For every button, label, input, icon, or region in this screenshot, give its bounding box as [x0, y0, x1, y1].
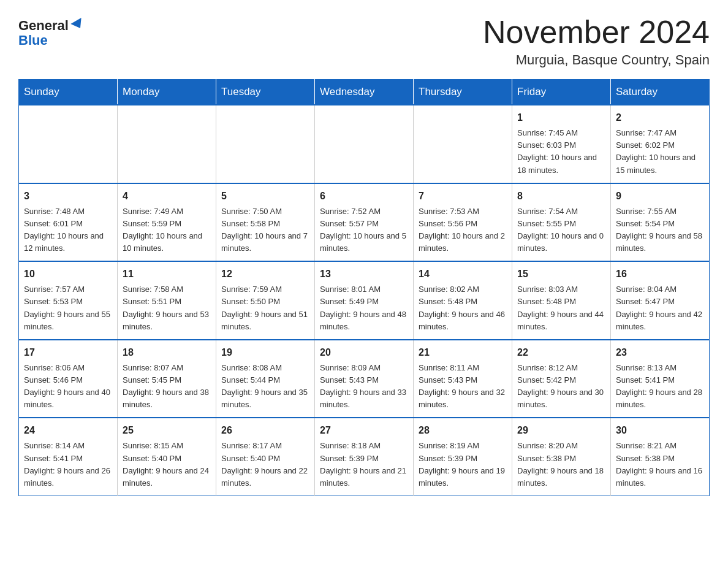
day-info: Sunrise: 8:13 AM Sunset: 5:41 PM Dayligh…	[616, 362, 704, 412]
day-info: Sunrise: 7:45 AM Sunset: 6:03 PM Dayligh…	[517, 127, 605, 177]
calendar-cell: 26Sunrise: 8:17 AM Sunset: 5:40 PM Dayli…	[216, 418, 315, 496]
calendar-cell: 21Sunrise: 8:11 AM Sunset: 5:43 PM Dayli…	[414, 340, 512, 418]
day-number: 15	[517, 267, 605, 282]
page-header: General Blue November 2024 Murguia, Basq…	[18, 15, 710, 68]
day-info: Sunrise: 7:53 AM Sunset: 5:56 PM Dayligh…	[419, 205, 507, 255]
day-info: Sunrise: 8:12 AM Sunset: 5:42 PM Dayligh…	[517, 362, 605, 412]
day-info: Sunrise: 8:15 AM Sunset: 5:40 PM Dayligh…	[123, 440, 211, 489]
weekday-header-monday: Monday	[118, 80, 216, 105]
calendar-week-row: 10Sunrise: 7:57 AM Sunset: 5:53 PM Dayli…	[19, 261, 710, 340]
day-number: 20	[320, 345, 408, 360]
calendar-cell: 10Sunrise: 7:57 AM Sunset: 5:53 PM Dayli…	[19, 261, 118, 340]
weekday-header-friday: Friday	[512, 80, 611, 105]
day-number: 4	[123, 189, 211, 204]
weekday-header-wednesday: Wednesday	[315, 80, 414, 105]
calendar-cell: 24Sunrise: 8:14 AM Sunset: 5:41 PM Dayli…	[19, 418, 118, 496]
day-info: Sunrise: 7:52 AM Sunset: 5:57 PM Dayligh…	[320, 205, 408, 255]
calendar-cell: 16Sunrise: 8:04 AM Sunset: 5:47 PM Dayli…	[611, 261, 710, 340]
day-info: Sunrise: 8:04 AM Sunset: 5:47 PM Dayligh…	[616, 283, 704, 333]
day-number: 25	[123, 423, 211, 438]
day-number: 1	[517, 110, 605, 125]
day-number: 8	[517, 189, 605, 204]
day-info: Sunrise: 7:58 AM Sunset: 5:51 PM Dayligh…	[123, 283, 211, 333]
calendar-cell: 12Sunrise: 7:59 AM Sunset: 5:50 PM Dayli…	[216, 261, 315, 340]
calendar-cell: 1Sunrise: 7:45 AM Sunset: 6:03 PM Daylig…	[512, 105, 611, 183]
calendar-cell: 9Sunrise: 7:55 AM Sunset: 5:54 PM Daylig…	[611, 183, 710, 262]
weekday-header-tuesday: Tuesday	[216, 80, 315, 105]
day-number: 7	[419, 189, 507, 204]
logo-blue-text: Blue	[18, 33, 48, 48]
day-number: 10	[24, 267, 112, 282]
calendar-cell	[315, 105, 414, 183]
day-number: 19	[221, 345, 309, 360]
calendar-cell: 27Sunrise: 8:18 AM Sunset: 5:39 PM Dayli…	[315, 418, 414, 496]
day-info: Sunrise: 7:49 AM Sunset: 5:59 PM Dayligh…	[123, 205, 211, 255]
day-number: 28	[419, 423, 507, 438]
calendar-cell: 14Sunrise: 8:02 AM Sunset: 5:48 PM Dayli…	[414, 261, 512, 340]
calendar-week-row: 3Sunrise: 7:48 AM Sunset: 6:01 PM Daylig…	[19, 183, 710, 262]
calendar-cell: 22Sunrise: 8:12 AM Sunset: 5:42 PM Dayli…	[512, 340, 611, 418]
day-info: Sunrise: 8:21 AM Sunset: 5:38 PM Dayligh…	[616, 440, 704, 489]
logo: General Blue	[18, 15, 82, 48]
day-info: Sunrise: 7:48 AM Sunset: 6:01 PM Dayligh…	[24, 205, 112, 255]
calendar-week-row: 1Sunrise: 7:45 AM Sunset: 6:03 PM Daylig…	[19, 105, 710, 183]
calendar-cell: 6Sunrise: 7:52 AM Sunset: 5:57 PM Daylig…	[315, 183, 414, 262]
calendar-cell	[216, 105, 315, 183]
calendar-cell: 15Sunrise: 8:03 AM Sunset: 5:48 PM Dayli…	[512, 261, 611, 340]
title-block: November 2024 Murguia, Basque Country, S…	[483, 15, 710, 68]
calendar-cell	[118, 105, 216, 183]
day-number: 18	[123, 345, 211, 360]
calendar-subtitle: Murguia, Basque Country, Spain	[483, 52, 710, 68]
calendar-cell	[19, 105, 118, 183]
day-number: 22	[517, 345, 605, 360]
day-info: Sunrise: 8:07 AM Sunset: 5:45 PM Dayligh…	[123, 362, 211, 412]
day-number: 2	[616, 110, 704, 125]
calendar-table: SundayMondayTuesdayWednesdayThursdayFrid…	[18, 79, 710, 496]
calendar-cell: 17Sunrise: 8:06 AM Sunset: 5:46 PM Dayli…	[19, 340, 118, 418]
calendar-title: November 2024	[483, 15, 710, 50]
calendar-cell: 20Sunrise: 8:09 AM Sunset: 5:43 PM Dayli…	[315, 340, 414, 418]
calendar-week-row: 24Sunrise: 8:14 AM Sunset: 5:41 PM Dayli…	[19, 418, 710, 496]
calendar-cell: 5Sunrise: 7:50 AM Sunset: 5:58 PM Daylig…	[216, 183, 315, 262]
day-number: 13	[320, 267, 408, 282]
day-number: 6	[320, 189, 408, 204]
day-number: 5	[221, 189, 309, 204]
day-info: Sunrise: 8:18 AM Sunset: 5:39 PM Dayligh…	[320, 440, 408, 489]
calendar-cell: 18Sunrise: 8:07 AM Sunset: 5:45 PM Dayli…	[118, 340, 216, 418]
day-number: 3	[24, 189, 112, 204]
day-info: Sunrise: 7:50 AM Sunset: 5:58 PM Dayligh…	[221, 205, 309, 255]
weekday-header-thursday: Thursday	[414, 80, 512, 105]
day-info: Sunrise: 7:59 AM Sunset: 5:50 PM Dayligh…	[221, 283, 309, 333]
day-number: 23	[616, 345, 704, 360]
calendar-week-row: 17Sunrise: 8:06 AM Sunset: 5:46 PM Dayli…	[19, 340, 710, 418]
calendar-cell	[414, 105, 512, 183]
weekday-header-sunday: Sunday	[19, 80, 118, 105]
day-number: 29	[517, 423, 605, 438]
day-info: Sunrise: 8:17 AM Sunset: 5:40 PM Dayligh…	[221, 440, 309, 489]
calendar-cell: 4Sunrise: 7:49 AM Sunset: 5:59 PM Daylig…	[118, 183, 216, 262]
day-number: 17	[24, 345, 112, 360]
day-info: Sunrise: 8:08 AM Sunset: 5:44 PM Dayligh…	[221, 362, 309, 412]
day-info: Sunrise: 8:20 AM Sunset: 5:38 PM Dayligh…	[517, 440, 605, 489]
calendar-cell: 8Sunrise: 7:54 AM Sunset: 5:55 PM Daylig…	[512, 183, 611, 262]
day-number: 16	[616, 267, 704, 282]
day-number: 26	[221, 423, 309, 438]
calendar-cell: 3Sunrise: 7:48 AM Sunset: 6:01 PM Daylig…	[19, 183, 118, 262]
calendar-cell: 30Sunrise: 8:21 AM Sunset: 5:38 PM Dayli…	[611, 418, 710, 496]
day-info: Sunrise: 8:03 AM Sunset: 5:48 PM Dayligh…	[517, 283, 605, 333]
day-number: 24	[24, 423, 112, 438]
calendar-cell: 2Sunrise: 7:47 AM Sunset: 6:02 PM Daylig…	[611, 105, 710, 183]
day-number: 21	[419, 345, 507, 360]
weekday-header-saturday: Saturday	[611, 80, 710, 105]
day-number: 14	[419, 267, 507, 282]
day-info: Sunrise: 8:09 AM Sunset: 5:43 PM Dayligh…	[320, 362, 408, 412]
calendar-cell: 28Sunrise: 8:19 AM Sunset: 5:39 PM Dayli…	[414, 418, 512, 496]
day-info: Sunrise: 8:06 AM Sunset: 5:46 PM Dayligh…	[24, 362, 112, 412]
calendar-cell: 19Sunrise: 8:08 AM Sunset: 5:44 PM Dayli…	[216, 340, 315, 418]
day-number: 30	[616, 423, 704, 438]
day-number: 27	[320, 423, 408, 438]
calendar-cell: 7Sunrise: 7:53 AM Sunset: 5:56 PM Daylig…	[414, 183, 512, 262]
day-info: Sunrise: 8:19 AM Sunset: 5:39 PM Dayligh…	[419, 440, 507, 489]
day-number: 11	[123, 267, 211, 282]
calendar-cell: 11Sunrise: 7:58 AM Sunset: 5:51 PM Dayli…	[118, 261, 216, 340]
